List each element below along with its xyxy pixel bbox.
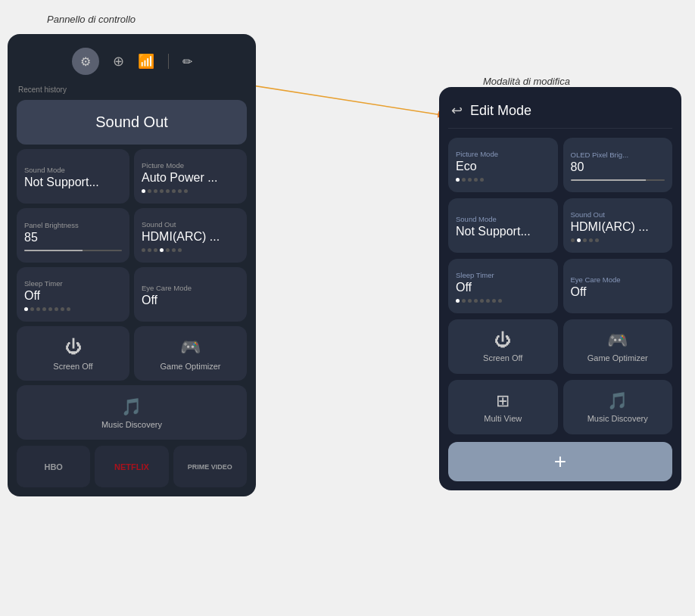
r-sound-mode-value: Not Support... [456,225,550,238]
r-multi-view-tile[interactable]: ⊞ Multi View [448,380,558,434]
right-panel: ↩ Edit Mode Picture Mode Eco OLED Pixel … [439,87,681,490]
r-sound-out-dots [571,238,665,242]
panel-brightness-value: 85 [24,231,122,244]
r-eye-care-tile[interactable]: Eye Care Mode Off [563,259,673,313]
sleep-timer-dots [24,307,122,311]
music-discovery-icon: 🎵 [121,397,142,417]
netflix-logo: NETFLIX [114,462,149,471]
r-picture-mode-value: Eco [456,160,550,173]
r-sleep-timer-label: Sleep Timer [456,271,550,279]
eye-care-tile[interactable]: Eye Care Mode Off [134,267,247,322]
right-tile-row-3: Sleep Timer Off Eye Care Mode Off [448,259,672,313]
sound-out-label: Sound Out [142,220,239,229]
r-sleep-timer-tile[interactable]: Sleep Timer Off [448,259,558,313]
r-oled-bri-label: OLED Pixel Brig... [571,151,665,159]
tile-row-1: Sound Mode Not Support... Picture Mode A… [17,149,247,204]
top-icons-row: ⚙ ⊕ 📶 ✏ [17,43,247,81]
sleep-timer-label: Sleep Timer [24,279,122,288]
picture-mode-value: Auto Power ... [142,171,239,185]
edit-mode-title: Edit Mode [470,103,531,119]
r-sound-mode-label: Sound Mode [456,215,550,223]
r-picture-mode-tile[interactable]: Picture Mode Eco [448,138,558,192]
right-tile-row-2: Sound Mode Not Support... Sound Out HDMI… [448,198,672,253]
panel-brightness-tile[interactable]: Panel Brightness 85 [17,208,129,263]
r-screen-off-label: Screen Off [483,353,522,362]
right-tile-row-5: ⊞ Multi View 🎵 Music Discovery [448,380,672,434]
hbo-app-tile[interactable]: hbo [17,446,90,487]
sleep-timer-tile[interactable]: Sleep Timer Off [17,267,129,322]
r-music-discovery-icon: 🎵 [607,391,628,411]
left-panel: ⚙ ⊕ 📶 ✏ Recent history Sound Out Sound M… [8,34,256,496]
screen-off-tile[interactable]: ⏻ Screen Off [17,326,129,381]
r-screen-off-icon: ⏻ [494,331,511,350]
netflix-app-tile[interactable]: NETFLIX [95,446,168,487]
edit-mode-header: ↩ Edit Mode [448,96,672,129]
eye-care-value: Off [142,294,239,307]
r-oled-slider [571,179,665,181]
hbo-logo: hbo [44,462,62,471]
settings-icon[interactable]: ⚙ [72,48,99,75]
r-multi-view-icon: ⊞ [496,391,510,411]
divider [168,54,169,69]
r-eye-care-label: Eye Care Mode [571,275,665,284]
back-arrow-icon[interactable]: ↩ [451,102,463,119]
r-sound-out-value: HDMI(ARC) ... [571,220,665,234]
add-button[interactable]: + [448,442,672,481]
r-sound-out-tile[interactable]: Sound Out HDMI(ARC) ... [563,198,673,253]
r-music-discovery-label: Music Discovery [587,414,648,423]
brightness-slider [24,250,122,251]
r-music-discovery-tile[interactable]: 🎵 Music Discovery [563,380,673,434]
sound-out-button[interactable]: Sound Out [17,100,247,145]
r-game-optimizer-tile[interactable]: 🎮 Game Optimizer [563,319,673,374]
left-panel-annotation: Pannello di controllo [47,14,136,25]
panel-brightness-label: Panel Brightness [24,221,122,229]
r-game-optimizer-label: Game Optimizer [587,353,648,362]
wifi-icon[interactable]: 📶 [138,53,154,70]
r-sound-out-label: Sound Out [571,210,665,219]
tile-row-3: Sleep Timer Off Eye Care Mode Off [17,267,247,322]
sound-out-tile[interactable]: Sound Out HDMI(ARC) ... [134,208,247,263]
screen-off-label: Screen Off [53,362,92,371]
sleep-timer-value: Off [24,289,122,303]
r-picture-mode-label: Picture Mode [456,150,550,158]
r-sound-mode-tile[interactable]: Sound Mode Not Support... [448,198,558,253]
right-panel-annotation: Modalità di modifica [483,76,570,87]
sound-out-value: HDMI(ARC) ... [142,230,239,244]
r-multi-view-label: Multi View [484,414,522,423]
apps-row: hbo NETFLIX PRIME VIDEO [17,446,247,487]
r-picture-mode-dots [456,178,550,182]
tile-row-2: Panel Brightness 85 Sound Out HDMI(ARC) … [17,208,247,263]
r-oled-bri-tile[interactable]: OLED Pixel Brig... 80 [563,138,673,192]
r-oled-bri-value: 80 [571,160,665,174]
game-optimizer-label: Game Optimizer [160,362,220,371]
sound-mode-tile[interactable]: Sound Mode Not Support... [17,149,129,204]
sound-mode-label: Sound Mode [24,166,122,174]
game-optimizer-icon: 🎮 [180,338,201,357]
r-eye-care-value: Off [571,285,665,299]
pencil-icon[interactable]: ✏ [182,54,192,69]
r-screen-off-tile[interactable]: ⏻ Screen Off [448,319,558,374]
sound-mode-value: Not Support... [24,176,122,189]
tile-row-4: ⏻ Screen Off 🎮 Game Optimizer [17,326,247,381]
picture-mode-dots [142,189,239,193]
game-optimizer-tile[interactable]: 🎮 Game Optimizer [134,326,247,381]
right-tile-row-1: Picture Mode Eco OLED Pixel Brig... 80 [448,138,672,192]
r-game-optimizer-icon: 🎮 [607,331,628,350]
screen-off-icon: ⏻ [65,338,82,357]
add-plus-icon: + [554,450,566,474]
plus-circle-icon[interactable]: ⊕ [113,53,124,70]
r-sleep-timer-value: Off [456,281,550,294]
sound-out-dots [142,248,239,252]
eye-care-label: Eye Care Mode [142,284,239,292]
music-discovery-label: Music Discovery [101,420,162,429]
recent-history-label: Recent history [17,86,247,94]
music-discovery-tile[interactable]: 🎵 Music Discovery [17,385,247,440]
picture-mode-label: Picture Mode [142,161,239,170]
picture-mode-tile[interactable]: Picture Mode Auto Power ... [134,149,247,204]
right-tile-row-4: ⏻ Screen Off 🎮 Game Optimizer [448,319,672,374]
prime-logo: PRIME VIDEO [188,463,232,471]
r-sleep-timer-dots [456,299,550,303]
prime-app-tile[interactable]: PRIME VIDEO [173,446,247,487]
